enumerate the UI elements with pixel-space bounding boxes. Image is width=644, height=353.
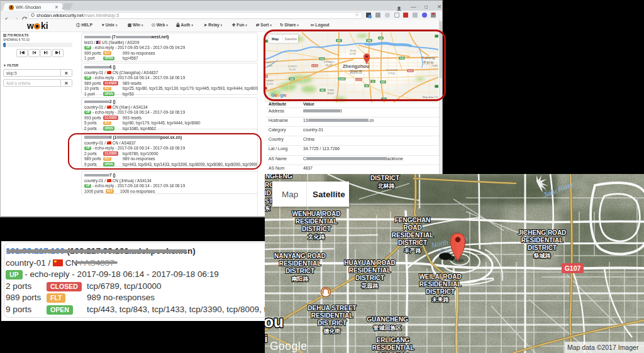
svg-text:DISTRICT: DISTRICT	[318, 320, 347, 327]
svg-text:RESIDENTIAL: RESIDENTIAL	[372, 344, 414, 351]
svg-text:S81: S81	[321, 89, 325, 92]
svg-text:310: 310	[265, 75, 267, 78]
svg-text:文化路: 文化路	[308, 234, 326, 240]
svg-text:Google: Google	[270, 340, 307, 352]
svg-text:DEHUA STREET: DEHUA STREET	[308, 305, 356, 312]
svg-text:RESIDENTIAL: RESIDENTIAL	[521, 237, 564, 244]
svg-text:Kaifeng: Kaifeng	[422, 55, 436, 60]
svg-text:S49: S49	[290, 78, 294, 80]
svg-text:G107: G107	[565, 264, 581, 272]
svg-text:S87: S87	[337, 40, 341, 42]
svg-text:S86: S86	[367, 40, 371, 42]
svg-text:ROAD: ROAD	[403, 224, 421, 231]
svg-text:巩义市: 巩义市	[289, 68, 296, 71]
svg-text:管城回族区: 管城回族区	[373, 325, 402, 331]
svg-text:Map: Map	[272, 37, 279, 41]
svg-text:Map: Map	[282, 190, 298, 199]
svg-text:新密市: 新密市	[328, 92, 335, 95]
svg-text:ERLIGANG: ERLIGANG	[377, 337, 410, 344]
svg-text:DISTRICT: DISTRICT	[302, 225, 331, 232]
svg-text:德化街: 德化街	[323, 328, 341, 334]
svg-text:ST: ST	[265, 198, 273, 205]
svg-text:G310: G310	[356, 79, 362, 81]
svg-text:i: i	[265, 334, 267, 344]
svg-text:S223: S223	[408, 70, 413, 72]
svg-text:DISTRICT: DISTRICT	[528, 244, 557, 251]
svg-text:XUAN: XUAN	[431, 65, 438, 67]
svg-text:DISTRICT: DISTRICT	[398, 239, 427, 246]
svg-text:NGFENG: NGFENG	[265, 174, 292, 180]
svg-text:丰产路: 丰产路	[404, 247, 422, 254]
svg-text:GONGYI: GONGYI	[288, 65, 297, 68]
svg-text:RESIDENTIAL: RESIDENTIAL	[279, 260, 321, 267]
svg-text:XINMI: XINMI	[328, 89, 334, 92]
svg-text:DISTRICT: DISTRICT	[370, 175, 399, 182]
svg-text:DISTRICT: DISTRICT	[355, 274, 384, 281]
svg-text:RESIDENTIAL: RESIDENTIAL	[392, 232, 434, 239]
svg-text:北林路: 北林路	[377, 183, 396, 189]
svg-text:NANYANG ROAD: NANYANG ROAD	[274, 253, 326, 259]
svg-text:S1: S1	[372, 80, 374, 83]
svg-text:G30: G30	[400, 57, 404, 60]
svg-text:S2: S2	[365, 85, 368, 87]
svg-text:WZHOU: WZHOU	[265, 62, 274, 64]
svg-text:GUANCHENG: GUANCHENG	[367, 316, 408, 323]
svg-text:G4: G4	[382, 98, 386, 100]
svg-text:花园路: 花园路	[361, 283, 379, 289]
svg-text:Zhengzhou: Zhengzhou	[343, 63, 370, 69]
svg-text:南阳路: 南阳路	[292, 276, 309, 282]
svg-text:RESIDENTIAL: RESIDENTIAL	[349, 267, 391, 274]
svg-text:FENGCHAN: FENGCHAN	[395, 217, 431, 224]
svg-text:ou: ou	[265, 312, 284, 331]
svg-text:开封市: 开封市	[423, 61, 434, 65]
svg-text:LAIS: LAIS	[267, 65, 272, 67]
svg-text:郑州市: 郑州市	[350, 69, 363, 74]
svg-text:城乡区: 城乡区	[325, 64, 333, 67]
svg-text:惠济区: 惠济区	[350, 52, 357, 55]
svg-text:RESIDENTIAL: RESIDENTIAL	[311, 312, 353, 319]
svg-text:Map data ©2017 Imager: Map data ©2017 Imager	[567, 344, 639, 351]
svg-text:S83: S83	[381, 81, 385, 84]
svg-text:G310: G310	[312, 65, 318, 67]
svg-text:HULA: HULA	[350, 50, 356, 52]
svg-text:G30: G30	[320, 58, 325, 60]
svg-text:Satellite: Satellite	[285, 37, 297, 41]
svg-text:XINXIANG: XINXIANG	[323, 61, 334, 63]
svg-text:RESIDENTIAL: RESIDENTIAL	[296, 218, 338, 225]
svg-text:HUAYUAN ROAD: HUAYUAN ROAD	[344, 259, 395, 266]
svg-text:安乐市: 安乐市	[267, 82, 274, 85]
svg-text:RESIDENTIAL: RESIDENTIAL	[419, 281, 462, 288]
svg-text:WEILAI ROAD: WEILAI ROAD	[419, 273, 461, 280]
svg-text:中牟县: 中牟县	[389, 72, 396, 75]
svg-text:Map data ©2: Map data ©2	[423, 95, 438, 99]
svg-text:祭城路: 祭城路	[533, 253, 552, 259]
svg-text:东: 东	[265, 205, 270, 212]
svg-text:G4: G4	[379, 37, 382, 40]
svg-text:ZHONGMU: ZHONGMU	[386, 69, 398, 72]
svg-text:ID: ID	[265, 190, 271, 197]
svg-text:未来路: 未来路	[431, 296, 450, 303]
svg-text:Google: Google	[271, 92, 287, 98]
svg-text:JICHENG ROAD: JICHENG ROAD	[518, 229, 567, 236]
svg-text:G3001: G3001	[338, 78, 345, 80]
svg-text:DISTRICT: DISTRICT	[426, 288, 455, 295]
svg-text:DISTRICT: DISTRICT	[286, 268, 314, 274]
svg-text:Satellite: Satellite	[313, 190, 345, 199]
svg-text:WENHUA ROAD: WENHUA ROAD	[292, 210, 341, 217]
svg-text:NSHIH: NSHIH	[266, 80, 274, 82]
